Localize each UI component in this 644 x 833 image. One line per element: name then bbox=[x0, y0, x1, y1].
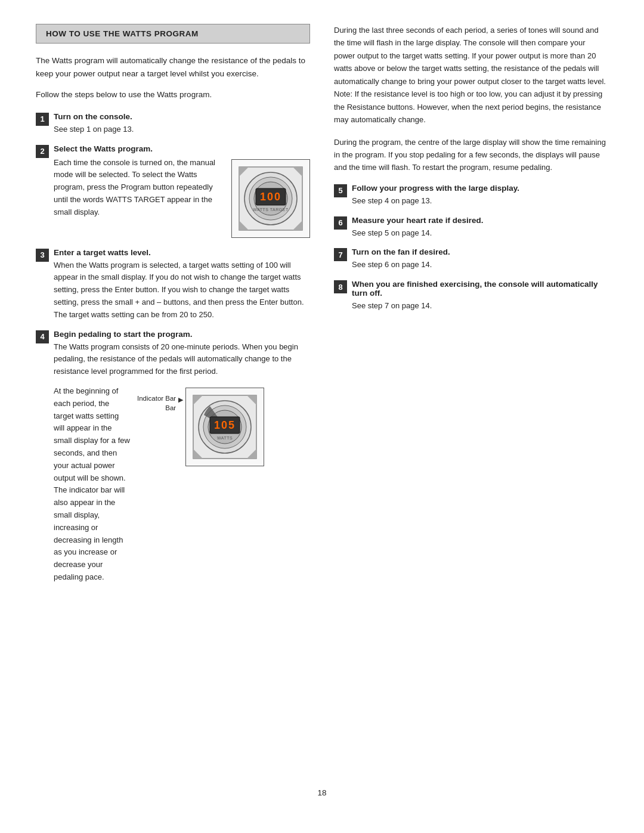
step-1-number: 1 bbox=[36, 113, 49, 126]
watts-bar-dial-outer: Indicator Bar Bar ▶ bbox=[137, 385, 264, 466]
page-number: 18 bbox=[36, 788, 608, 797]
step-8-title: When you are finished exercising, the co… bbox=[352, 280, 608, 298]
step-8-body: See step 7 on page 14. bbox=[352, 300, 608, 312]
step-5-title: Follow your progress with the large disp… bbox=[352, 184, 608, 193]
step-1: 1 Turn on the console. See step 1 on pag… bbox=[36, 112, 310, 136]
step-8: 8 When you are finished exercising, the … bbox=[334, 280, 608, 312]
step-4-number: 4 bbox=[36, 330, 49, 343]
section-header: HOW TO USE THE WATTS PROGRAM bbox=[36, 24, 310, 44]
indicator-bar-label: Indicator Bar Bar bbox=[137, 394, 176, 413]
step-7-number: 7 bbox=[334, 248, 347, 261]
right-para-1: During the last three seconds of each pe… bbox=[334, 24, 608, 126]
step-6-number: 6 bbox=[334, 216, 347, 230]
step-2-content: Select the Watts program. Each time the … bbox=[54, 144, 310, 240]
step-2-title: Select the Watts program. bbox=[54, 144, 310, 153]
step-7-content: Turn on the fan if desired. See step 6 o… bbox=[352, 247, 608, 271]
left-column: HOW TO USE THE WATTS PROGRAM The Watts p… bbox=[36, 24, 310, 770]
intro-paragraph: The Watts program will automatically cha… bbox=[36, 54, 310, 80]
watts-target-dial: 100 WATTS TARGET bbox=[231, 159, 310, 238]
step-3-number: 3 bbox=[36, 249, 49, 262]
step-1-content: Turn on the console. See step 1 on page … bbox=[54, 112, 310, 136]
step-3-title: Enter a target watts level. bbox=[54, 248, 310, 257]
step-5-body: See step 4 on page 13. bbox=[352, 195, 608, 208]
step-7-title: Turn on the fan if desired. bbox=[352, 247, 608, 256]
watts-target-svg: 100 WATTS TARGET bbox=[238, 166, 304, 231]
step-8-number: 8 bbox=[334, 280, 347, 293]
watts-bar-dial-wrapper: Indicator Bar Bar ▶ bbox=[137, 385, 264, 466]
step-1-title: Turn on the console. bbox=[54, 112, 310, 121]
watts-bar-dial: 105 WATTS bbox=[185, 388, 264, 466]
step-6-content: Measure your heart rate if desired. See … bbox=[352, 216, 608, 240]
step-6-body: See step 5 on page 14. bbox=[352, 227, 608, 240]
svg-text:WATTS TARGET: WATTS TARGET bbox=[253, 208, 289, 212]
step-7-body: See step 6 on page 14. bbox=[352, 259, 608, 271]
step-1-body: See step 1 on page 13. bbox=[54, 123, 310, 136]
step-4-before-image-text: At the beginning of each period, the tar… bbox=[54, 385, 131, 584]
step-4-body2-text: At the beginning of each period, the tar… bbox=[54, 386, 130, 581]
step-3-content: Enter a target watts level. When the Wat… bbox=[54, 248, 310, 321]
step-6-title: Measure your heart rate if desired. bbox=[352, 216, 608, 225]
step-5: 5 Follow your progress with the large di… bbox=[334, 184, 608, 208]
step-4-title: Begin pedaling to start the program. bbox=[54, 330, 310, 339]
follow-paragraph: Follow the steps below to use the Watts … bbox=[36, 88, 310, 101]
watts-bar-svg: 105 WATTS bbox=[192, 394, 258, 460]
svg-text:WATTS: WATTS bbox=[217, 436, 233, 440]
step-2-with-image: Each time the console is turned on, the … bbox=[54, 157, 310, 240]
step-4-image-row: At the beginning of each period, the tar… bbox=[54, 385, 310, 584]
step-2-number: 2 bbox=[36, 145, 49, 158]
indicator-arrow: ▶ bbox=[178, 396, 183, 404]
two-column-layout: HOW TO USE THE WATTS PROGRAM The Watts p… bbox=[36, 24, 608, 770]
page-container: HOW TO USE THE WATTS PROGRAM The Watts p… bbox=[0, 0, 644, 833]
step-4-content: Begin pedaling to start the program. The… bbox=[54, 330, 310, 590]
svg-text:100: 100 bbox=[260, 191, 281, 203]
indicator-bar-label-text: Indicator Bar bbox=[137, 395, 176, 402]
step-6: 6 Measure your heart rate if desired. Se… bbox=[334, 216, 608, 240]
right-column: During the last three seconds of each pe… bbox=[334, 24, 608, 770]
step-5-number: 5 bbox=[334, 184, 347, 197]
right-para-2: During the program, the centre of the la… bbox=[334, 136, 608, 174]
step-4: 4 Begin pedaling to start the program. T… bbox=[36, 330, 310, 590]
svg-text:105: 105 bbox=[214, 419, 236, 431]
header-title: HOW TO USE THE WATTS PROGRAM bbox=[46, 29, 199, 38]
step-4-intro: The Watts program consists of 20 one-min… bbox=[54, 341, 310, 378]
step-8-content: When you are finished exercising, the co… bbox=[352, 280, 608, 312]
step-3-body: When the Watts program is selected, a ta… bbox=[54, 259, 310, 321]
step-5-content: Follow your progress with the large disp… bbox=[352, 184, 608, 208]
step-2: 2 Select the Watts program. Each time th… bbox=[36, 144, 310, 240]
indicator-bar-label-bar: Bar bbox=[165, 404, 176, 411]
watts-target-dial-container: 100 WATTS TARGET bbox=[231, 157, 310, 240]
step-2-text: Each time the console is turned on, the … bbox=[54, 157, 223, 219]
step-7: 7 Turn on the fan if desired. See step 6… bbox=[334, 247, 608, 271]
step-3: 3 Enter a target watts level. When the W… bbox=[36, 248, 310, 321]
